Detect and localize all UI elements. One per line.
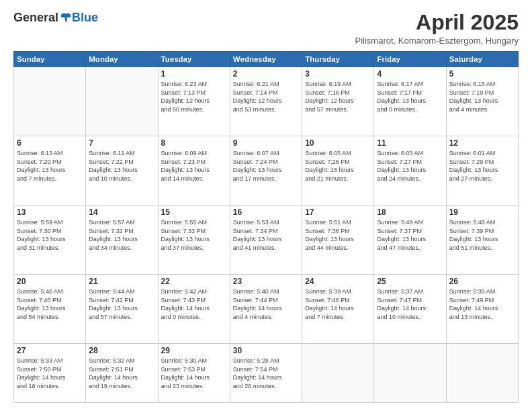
table-row: 23Sunrise: 5:40 AM Sunset: 7:44 PM Dayli… [230, 275, 302, 344]
col-wednesday: Wednesday [230, 52, 302, 67]
table-row: 2Sunrise: 6:21 AM Sunset: 7:14 PM Daylig… [230, 67, 302, 136]
table-row: 27Sunrise: 5:33 AM Sunset: 7:50 PM Dayli… [14, 344, 86, 403]
day-number: 22 [161, 277, 227, 286]
table-row: 7Sunrise: 6:11 AM Sunset: 7:22 PM Daylig… [86, 136, 158, 205]
table-row: 17Sunrise: 5:51 AM Sunset: 7:36 PM Dayli… [302, 205, 374, 275]
day-number: 20 [17, 277, 83, 286]
day-info: Sunrise: 5:46 AM Sunset: 7:40 PM Dayligh… [17, 287, 83, 321]
day-number: 16 [233, 208, 299, 217]
day-info: Sunrise: 5:59 AM Sunset: 7:30 PM Dayligh… [17, 218, 83, 252]
table-row: 4Sunrise: 6:17 AM Sunset: 7:17 PM Daylig… [374, 67, 446, 136]
logo-bird-icon [60, 12, 72, 24]
logo-general-text: General [13, 11, 58, 25]
day-number: 24 [305, 277, 371, 286]
day-number: 7 [89, 138, 154, 148]
table-row: 1Sunrise: 6:23 AM Sunset: 7:13 PM Daylig… [158, 67, 230, 136]
day-number: 14 [89, 208, 154, 217]
day-info: Sunrise: 5:33 AM Sunset: 7:50 PM Dayligh… [17, 357, 83, 390]
day-number: 29 [161, 346, 227, 355]
day-number: 10 [305, 138, 371, 148]
table-row: 18Sunrise: 5:49 AM Sunset: 7:37 PM Dayli… [374, 205, 446, 275]
day-number: 26 [449, 277, 515, 286]
day-info: Sunrise: 5:39 AM Sunset: 7:46 PM Dayligh… [305, 287, 371, 321]
calendar-week-row: 6Sunrise: 6:13 AM Sunset: 7:20 PM Daylig… [14, 136, 519, 205]
day-info: Sunrise: 6:01 AM Sunset: 7:29 PM Dayligh… [449, 149, 515, 183]
table-row: 13Sunrise: 5:59 AM Sunset: 7:30 PM Dayli… [14, 205, 86, 275]
day-number: 6 [17, 138, 83, 148]
day-info: Sunrise: 6:11 AM Sunset: 7:22 PM Dayligh… [89, 149, 154, 183]
day-info: Sunrise: 6:13 AM Sunset: 7:20 PM Dayligh… [17, 149, 83, 183]
day-info: Sunrise: 5:30 AM Sunset: 7:53 PM Dayligh… [161, 357, 227, 390]
day-info: Sunrise: 6:17 AM Sunset: 7:17 PM Dayligh… [377, 80, 443, 113]
day-info: Sunrise: 6:07 AM Sunset: 7:24 PM Dayligh… [233, 149, 299, 183]
day-info: Sunrise: 5:49 AM Sunset: 7:37 PM Dayligh… [377, 218, 443, 252]
calendar-week-row: 20Sunrise: 5:46 AM Sunset: 7:40 PM Dayli… [14, 275, 519, 344]
table-row [446, 344, 518, 403]
day-number: 21 [89, 277, 154, 286]
table-row: 15Sunrise: 5:55 AM Sunset: 7:33 PM Dayli… [158, 205, 230, 275]
table-row: 29Sunrise: 5:30 AM Sunset: 7:53 PM Dayli… [158, 344, 230, 403]
day-info: Sunrise: 5:48 AM Sunset: 7:39 PM Dayligh… [449, 218, 515, 252]
calendar-week-row: 27Sunrise: 5:33 AM Sunset: 7:50 PM Dayli… [14, 344, 519, 403]
table-row: 24Sunrise: 5:39 AM Sunset: 7:46 PM Dayli… [302, 275, 374, 344]
table-row: 22Sunrise: 5:42 AM Sunset: 7:43 PM Dayli… [158, 275, 230, 344]
day-number: 5 [449, 69, 515, 79]
table-row: 8Sunrise: 6:09 AM Sunset: 7:23 PM Daylig… [158, 136, 230, 205]
day-number: 19 [449, 208, 515, 217]
day-number: 11 [377, 138, 443, 148]
day-number: 1 [161, 69, 227, 79]
day-info: Sunrise: 6:21 AM Sunset: 7:14 PM Dayligh… [233, 80, 299, 113]
table-row: 3Sunrise: 6:19 AM Sunset: 7:16 PM Daylig… [302, 67, 374, 136]
table-row: 28Sunrise: 5:32 AM Sunset: 7:51 PM Dayli… [86, 344, 158, 403]
day-number: 13 [17, 208, 83, 217]
table-row: 25Sunrise: 5:37 AM Sunset: 7:47 PM Dayli… [374, 275, 446, 344]
table-row: 10Sunrise: 6:05 AM Sunset: 7:26 PM Dayli… [302, 136, 374, 205]
day-number: 30 [233, 346, 299, 355]
calendar-week-row: 1Sunrise: 6:23 AM Sunset: 7:13 PM Daylig… [14, 67, 519, 136]
day-number: 23 [233, 277, 299, 286]
day-info: Sunrise: 5:32 AM Sunset: 7:51 PM Dayligh… [89, 357, 154, 390]
table-row: 19Sunrise: 5:48 AM Sunset: 7:39 PM Dayli… [446, 205, 518, 275]
col-monday: Monday [86, 52, 158, 67]
table-row [86, 67, 158, 136]
logo-blue-text: Blue [72, 11, 98, 25]
table-row: 5Sunrise: 6:15 AM Sunset: 7:19 PM Daylig… [446, 67, 518, 136]
month-title: April 2025 [355, 11, 519, 34]
day-number: 25 [377, 277, 443, 286]
day-info: Sunrise: 5:42 AM Sunset: 7:43 PM Dayligh… [161, 287, 227, 321]
table-row: 26Sunrise: 5:35 AM Sunset: 7:49 PM Dayli… [446, 275, 518, 344]
day-number: 18 [377, 208, 443, 217]
day-info: Sunrise: 5:28 AM Sunset: 7:54 PM Dayligh… [233, 357, 299, 390]
day-info: Sunrise: 6:19 AM Sunset: 7:16 PM Dayligh… [305, 80, 371, 113]
logo: General Blue [13, 11, 98, 25]
table-row: 6Sunrise: 6:13 AM Sunset: 7:20 PM Daylig… [14, 136, 86, 205]
day-info: Sunrise: 5:37 AM Sunset: 7:47 PM Dayligh… [377, 287, 443, 321]
col-sunday: Sunday [14, 52, 86, 67]
col-tuesday: Tuesday [158, 52, 230, 67]
day-info: Sunrise: 5:40 AM Sunset: 7:44 PM Dayligh… [233, 287, 299, 321]
table-row: 30Sunrise: 5:28 AM Sunset: 7:54 PM Dayli… [230, 344, 302, 403]
title-area: April 2025 Pilismarot, Komarom-Esztergom… [355, 11, 519, 46]
table-row: 20Sunrise: 5:46 AM Sunset: 7:40 PM Dayli… [14, 275, 86, 344]
table-row: 11Sunrise: 6:03 AM Sunset: 7:27 PM Dayli… [374, 136, 446, 205]
table-row: 12Sunrise: 6:01 AM Sunset: 7:29 PM Dayli… [446, 136, 518, 205]
page: General Blue April 2025 Pilismarot, Koma… [0, 0, 532, 411]
day-number: 28 [89, 346, 154, 355]
day-info: Sunrise: 6:09 AM Sunset: 7:23 PM Dayligh… [161, 149, 227, 183]
table-row [14, 67, 86, 136]
day-number: 12 [449, 138, 515, 148]
table-row: 16Sunrise: 5:53 AM Sunset: 7:34 PM Dayli… [230, 205, 302, 275]
day-info: Sunrise: 5:35 AM Sunset: 7:49 PM Dayligh… [449, 287, 515, 321]
calendar-week-row: 13Sunrise: 5:59 AM Sunset: 7:30 PM Dayli… [14, 205, 519, 275]
table-row: 14Sunrise: 5:57 AM Sunset: 7:32 PM Dayli… [86, 205, 158, 275]
location-subtitle: Pilismarot, Komarom-Esztergom, Hungary [355, 36, 519, 46]
header: General Blue April 2025 Pilismarot, Koma… [13, 11, 519, 46]
table-row: 9Sunrise: 6:07 AM Sunset: 7:24 PM Daylig… [230, 136, 302, 205]
day-info: Sunrise: 6:03 AM Sunset: 7:27 PM Dayligh… [377, 149, 443, 183]
table-row: 21Sunrise: 5:44 AM Sunset: 7:42 PM Dayli… [86, 275, 158, 344]
day-info: Sunrise: 5:44 AM Sunset: 7:42 PM Dayligh… [89, 287, 154, 321]
col-thursday: Thursday [302, 52, 374, 67]
table-row [302, 344, 374, 403]
day-info: Sunrise: 5:53 AM Sunset: 7:34 PM Dayligh… [233, 218, 299, 252]
day-info: Sunrise: 6:05 AM Sunset: 7:26 PM Dayligh… [305, 149, 371, 183]
